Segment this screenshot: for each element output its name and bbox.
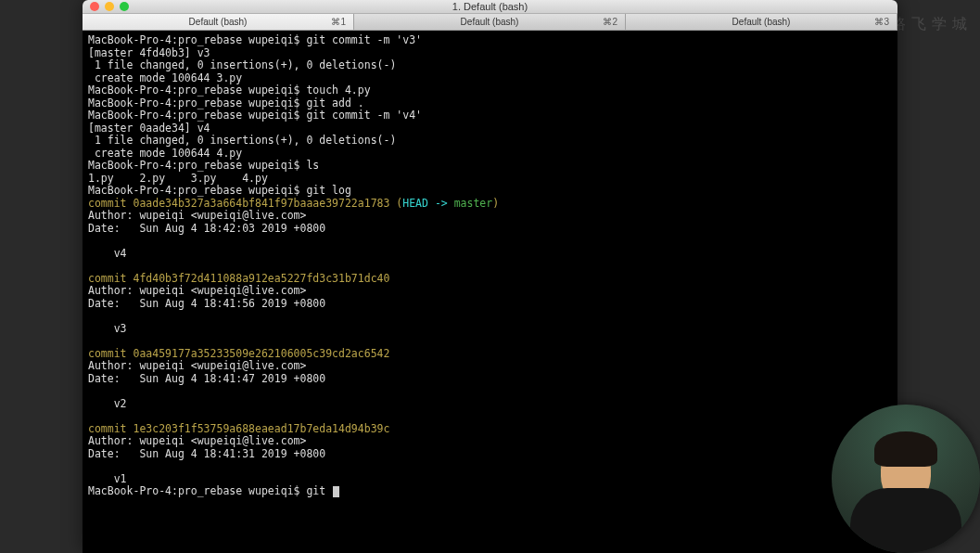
terminal-line: [master 0aade34] v4 [88,122,892,135]
terminal-line [88,310,892,323]
terminal-line [88,385,892,398]
terminal-line: Date: Sun Aug 4 18:42:03 2019 +0800 [88,223,892,236]
terminal-line: 1.py 2.py 3.py 4.py [88,173,892,186]
webcam-overlay [832,405,980,553]
terminal-line: commit 1e3c203f1f53759a688eaead17b7eda14… [88,423,892,436]
tab-shortcut: ⌘3 [874,17,889,27]
watermark-text: 路飞学城 [891,15,973,34]
terminal-line: 1 file changed, 0 insertions(+), 0 delet… [88,59,892,72]
tab-1[interactable]: Default (bash) ⌘1 [83,14,354,30]
cursor-icon [333,486,339,497]
tab-2[interactable]: Default (bash) ⌘2 [354,14,626,30]
minimize-icon[interactable] [105,2,114,11]
terminal-line: MacBook-Pro-4:pro_rebase wupeiqi$ git co… [88,34,892,47]
tab-label: Default (bash) [732,17,791,27]
traffic-lights [90,2,129,11]
terminal-output[interactable]: MacBook-Pro-4:pro_rebase wupeiqi$ git co… [83,31,897,502]
terminal-line [88,235,892,248]
terminal-line: MacBook-Pro-4:pro_rebase wupeiqi$ git lo… [88,185,892,198]
tab-3[interactable]: Default (bash) ⌘3 [626,14,897,30]
terminal-line: Author: wupeiqi <wupeiqi@live.com> [88,360,892,373]
terminal-line: 1 file changed, 0 insertions(+), 0 delet… [88,135,892,148]
terminal-line: commit 0aa459177a35233509e262106005c39cd… [88,348,892,361]
terminal-line: MacBook-Pro-4:pro_rebase wupeiqi$ git ad… [88,97,892,110]
terminal-line: MacBook-Pro-4:pro_rebase wupeiqi$ git co… [88,109,892,122]
tab-shortcut: ⌘1 [331,17,346,27]
terminal-line: [master 4fd40b3] v3 [88,47,892,60]
terminal-line [88,410,892,423]
terminal-line: Date: Sun Aug 4 18:41:56 2019 +0800 [88,298,892,311]
terminal-line: Author: wupeiqi <wupeiqi@live.com> [88,210,892,223]
tab-bar: Default (bash) ⌘1 Default (bash) ⌘2 Defa… [83,14,897,31]
terminal-line: MacBook-Pro-4:pro_rebase wupeiqi$ ls [88,160,892,173]
terminal-line [88,460,892,473]
terminal-line: Author: wupeiqi <wupeiqi@live.com> [88,435,892,448]
terminal-line: create mode 100644 4.py [88,148,892,161]
tab-shortcut: ⌘2 [603,17,617,27]
terminal-line: MacBook-Pro-4:pro_rebase wupeiqi$ touch … [88,84,892,97]
terminal-line [88,260,892,273]
window-title: 1. Default (bash) [90,1,890,12]
terminal-window: 1. Default (bash) Default (bash) ⌘1 Defa… [83,0,897,553]
terminal-line: commit 4fd40b3f72d411088a912ea5227fd3c31… [88,273,892,286]
terminal-line: create mode 100644 3.py [88,72,892,85]
terminal-line: v2 [88,398,892,411]
terminal-line: commit 0aade34b327a3a664bf841f97baaae397… [88,198,892,211]
maximize-icon[interactable] [120,2,129,11]
tab-label: Default (bash) [461,17,519,27]
terminal-line: v1 [88,473,892,486]
close-icon[interactable] [90,2,99,11]
window-titlebar[interactable]: 1. Default (bash) [83,0,897,14]
terminal-line: Date: Sun Aug 4 18:41:31 2019 +0800 [88,448,892,461]
terminal-line: Date: Sun Aug 4 18:41:47 2019 +0800 [88,373,892,386]
terminal-line: Author: wupeiqi <wupeiqi@live.com> [88,285,892,298]
terminal-line [88,335,892,348]
terminal-prompt-line[interactable]: MacBook-Pro-4:pro_rebase wupeiqi$ git [88,485,892,498]
terminal-line: v3 [88,323,892,336]
terminal-line: v4 [88,248,892,261]
tab-label: Default (bash) [189,17,248,27]
